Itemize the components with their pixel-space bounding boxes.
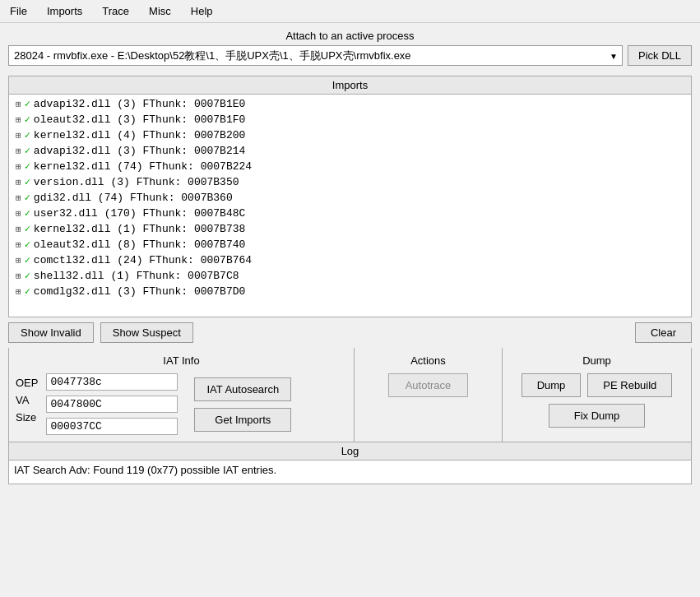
imports-list: ⊞✓advapi32.dll (3) FThunk: 0007B1E0⊞✓ole… <box>9 95 691 301</box>
size-input[interactable] <box>46 418 178 435</box>
autotrace-button[interactable]: Autotrace <box>388 373 469 397</box>
menu-help[interactable]: Help <box>186 3 218 19</box>
show-invalid-button[interactable]: Show Invalid <box>8 322 94 343</box>
menu-file[interactable]: File <box>5 3 32 19</box>
fix-dump-button[interactable]: Fix Dump <box>549 404 646 428</box>
menubar: File Imports Trace Misc Help <box>0 0 700 23</box>
imports-btn-row: Show Invalid Show Suspect Clear <box>0 317 700 348</box>
expand-icon[interactable]: ⊞ <box>16 146 21 156</box>
import-item-text: kernel32.dll (4) FThunk: 0007B200 <box>34 129 245 141</box>
check-icon: ✓ <box>25 223 30 235</box>
import-list-item[interactable]: ⊞✓version.dll (3) FThunk: 0007B350 <box>9 174 691 190</box>
va-label: VA <box>16 394 38 406</box>
check-icon: ✓ <box>25 207 30 220</box>
iat-info-title: IAT Info <box>16 354 347 367</box>
oep-input[interactable] <box>46 373 178 391</box>
attach-label: Attach to an active process <box>8 30 692 42</box>
check-icon: ✓ <box>25 129 30 141</box>
menu-misc[interactable]: Misc <box>144 3 176 19</box>
check-icon: ✓ <box>25 238 30 251</box>
import-item-text: advapi32.dll (3) FThunk: 0007B214 <box>34 145 245 157</box>
import-list-item[interactable]: ⊞✓kernel32.dll (74) FThunk: 0007B224 <box>9 159 691 174</box>
import-item-text: comctl32.dll (24) FThunk: 0007B764 <box>34 254 252 266</box>
expand-icon[interactable]: ⊞ <box>16 239 21 250</box>
menu-imports[interactable]: Imports <box>42 3 87 19</box>
check-icon: ✓ <box>25 145 30 157</box>
imports-section: Imports ⊞✓advapi32.dll (3) FThunk: 0007B… <box>8 76 692 317</box>
import-item-text: oleaut32.dll (8) FThunk: 0007B740 <box>34 238 245 251</box>
import-item-text: user32.dll (170) FThunk: 0007B48C <box>34 207 245 220</box>
check-icon: ✓ <box>25 285 30 298</box>
check-icon: ✓ <box>25 98 30 110</box>
iat-buttons: IAT Autosearch Get Imports <box>194 373 291 435</box>
size-label: Size <box>16 411 38 423</box>
check-icon: ✓ <box>25 254 30 266</box>
import-list-item[interactable]: ⊞✓advapi32.dll (3) FThunk: 0007B214 <box>9 143 691 159</box>
expand-icon[interactable]: ⊞ <box>16 224 21 234</box>
log-section: Log IAT Search Adv: Found 119 (0x77) pos… <box>8 442 692 484</box>
check-icon: ✓ <box>25 113 30 126</box>
import-item-text: version.dll (3) FThunk: 0007B350 <box>34 176 239 188</box>
dump-btns-row: Dump PE Rebuild <box>522 373 673 397</box>
import-list-item[interactable]: ⊞✓oleaut32.dll (8) FThunk: 0007B740 <box>9 237 691 252</box>
import-item-text: advapi32.dll (3) FThunk: 0007B1E0 <box>34 98 245 110</box>
iat-inputs <box>46 373 178 435</box>
import-item-text: comdlg32.dll (3) FThunk: 0007B7D0 <box>34 285 245 298</box>
check-icon: ✓ <box>25 160 30 173</box>
import-item-text: gdi32.dll (74) FThunk: 0007B360 <box>34 192 233 204</box>
import-list-item[interactable]: ⊞✓comdlg32.dll (3) FThunk: 0007B7D0 <box>9 284 691 299</box>
import-list-item[interactable]: ⊞✓oleaut32.dll (3) FThunk: 0007B1F0 <box>9 112 691 127</box>
expand-icon[interactable]: ⊞ <box>16 271 21 281</box>
iat-autosearch-button[interactable]: IAT Autosearch <box>194 377 291 401</box>
expand-icon[interactable]: ⊞ <box>16 130 21 141</box>
process-select-wrapper: 28024 - rmvbfix.exe - E:\Desktop\52教程\1、… <box>8 45 623 66</box>
import-list-item[interactable]: ⊞✓kernel32.dll (4) FThunk: 0007B200 <box>9 127 691 143</box>
iat-panel: IAT Info OEP VA Size IAT Autosearch Get … <box>9 348 355 442</box>
import-list-item[interactable]: ⊞✓advapi32.dll (3) FThunk: 0007B1E0 <box>9 96 691 112</box>
iat-labels: OEP VA Size <box>16 373 38 435</box>
bottom-panels: IAT Info OEP VA Size IAT Autosearch Get … <box>8 348 692 442</box>
imports-list-container[interactable]: ⊞✓advapi32.dll (3) FThunk: 0007B1E0⊞✓ole… <box>9 95 691 317</box>
pick-dll-button[interactable]: Pick DLL <box>628 45 692 66</box>
actions-title: Actions <box>410 354 446 367</box>
va-input[interactable] <box>46 396 178 413</box>
get-imports-button[interactable]: Get Imports <box>194 408 291 432</box>
expand-icon[interactable]: ⊞ <box>16 255 21 266</box>
actions-panel: Actions Autotrace <box>355 348 503 442</box>
expand-icon[interactable]: ⊞ <box>16 286 21 297</box>
import-item-text: kernel32.dll (1) FThunk: 0007B738 <box>34 223 245 235</box>
import-item-text: oleaut32.dll (3) FThunk: 0007B1F0 <box>34 113 245 126</box>
pe-rebuild-button[interactable]: PE Rebuild <box>587 373 672 397</box>
menu-trace[interactable]: Trace <box>97 3 134 19</box>
import-list-item[interactable]: ⊞✓shell32.dll (1) FThunk: 0007B7C8 <box>9 268 691 284</box>
import-list-item[interactable]: ⊞✓kernel32.dll (1) FThunk: 0007B738 <box>9 221 691 237</box>
show-suspect-button[interactable]: Show Suspect <box>100 322 193 343</box>
expand-icon[interactable]: ⊞ <box>16 192 21 203</box>
attach-section: Attach to an active process 28024 - rmvb… <box>0 23 700 69</box>
import-list-item[interactable]: ⊞✓comctl32.dll (24) FThunk: 0007B764 <box>9 252 691 268</box>
expand-icon[interactable]: ⊞ <box>16 99 21 109</box>
process-select[interactable]: 28024 - rmvbfix.exe - E:\Desktop\52教程\1、… <box>8 45 623 66</box>
import-list-item[interactable]: ⊞✓user32.dll (170) FThunk: 0007B48C <box>9 206 691 221</box>
expand-icon[interactable]: ⊞ <box>16 177 21 187</box>
expand-icon[interactable]: ⊞ <box>16 161 21 172</box>
imports-header: Imports <box>9 76 691 95</box>
check-icon: ✓ <box>25 176 30 188</box>
import-item-text: kernel32.dll (74) FThunk: 0007B224 <box>34 160 252 173</box>
log-content: IAT Search Adv: Found 119 (0x77) possibl… <box>9 460 691 484</box>
log-header: Log <box>9 442 691 460</box>
expand-icon[interactable]: ⊞ <box>16 208 21 219</box>
clear-button[interactable]: Clear <box>635 322 692 343</box>
expand-icon[interactable]: ⊞ <box>16 114 21 125</box>
import-list-item[interactable]: ⊞✓gdi32.dll (74) FThunk: 0007B360 <box>9 190 691 206</box>
check-icon: ✓ <box>25 270 30 282</box>
dump-panel: Dump Dump PE Rebuild Fix Dump <box>503 348 691 442</box>
import-item-text: shell32.dll (1) FThunk: 0007B7C8 <box>34 270 239 282</box>
dump-button[interactable]: Dump <box>522 373 582 397</box>
dump-title: Dump <box>582 354 611 367</box>
oep-label: OEP <box>16 377 38 389</box>
check-icon: ✓ <box>25 192 30 204</box>
